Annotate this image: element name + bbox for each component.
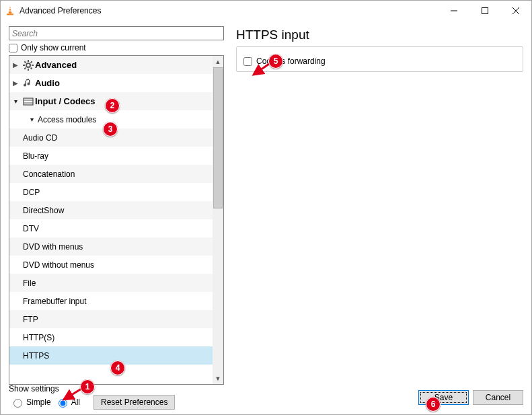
tree-item-directshow[interactable]: DirectShow (9, 201, 213, 219)
tree-label: DTV (23, 224, 39, 233)
only-show-current-label: Only show current (21, 43, 86, 52)
tree-item-audio-cd[interactable]: Audio CD (9, 128, 213, 147)
tree-item-dvd-without-menus[interactable]: DVD without menus (9, 256, 213, 274)
tree-label: Audio CD (23, 133, 57, 143)
svg-line-13 (24, 61, 26, 63)
tree-item-concatenation[interactable]: Concatenation (9, 165, 213, 183)
svg-rect-3 (7, 13, 13, 15)
tree-item-dtv[interactable]: DTV (9, 219, 213, 237)
tree-label-input-codecs: Input / Codecs (35, 96, 96, 106)
tree-label-audio: Audio (35, 78, 60, 88)
simple-label: Simple (26, 398, 51, 407)
tree-item-bluray[interactable]: Blu-ray (9, 147, 213, 165)
tree-label: DCP (23, 188, 40, 197)
gear-icon (22, 60, 35, 71)
maximize-button[interactable] (469, 1, 500, 21)
cookies-forwarding-checkbox[interactable] (243, 57, 252, 66)
tree-item-input-codecs[interactable]: ▾ Input / Codecs (9, 92, 213, 110)
window-title: Advanced Preferences (20, 6, 101, 15)
tree-label: HTTPS (23, 351, 49, 361)
tree-label-advanced: Advanced (35, 60, 77, 70)
svg-line-16 (31, 61, 32, 63)
music-note-icon (22, 78, 35, 89)
search-input[interactable] (9, 26, 224, 40)
tree-label: Framebuffer input (23, 297, 87, 306)
tree-item-advanced[interactable]: ▶ Advanced (9, 56, 213, 74)
bottom-bar: Show settings Simple All Reset Preferenc… (1, 385, 531, 414)
svg-marker-0 (9, 6, 12, 13)
cancel-button[interactable]: Cancel (473, 390, 523, 405)
tree-item-audio[interactable]: ▶ Audio (9, 74, 213, 92)
scrollbar-thumb[interactable] (213, 67, 223, 209)
tree-label: FTP (23, 315, 38, 324)
tree-label: DirectShow (23, 206, 64, 215)
svg-point-8 (26, 63, 30, 67)
tree-item-file[interactable]: File (9, 274, 213, 292)
title-bar: Advanced Preferences (1, 1, 531, 21)
tree-label: DVD without menus (23, 260, 94, 270)
cookies-forwarding-label: Cookies forwarding (256, 56, 326, 66)
scroll-up-icon[interactable]: ▲ (213, 56, 223, 67)
options-group: Cookies forwarding (236, 46, 523, 72)
scroll-down-icon[interactable]: ▼ (213, 373, 223, 384)
svg-line-15 (24, 67, 26, 69)
tree-item-dcp[interactable]: DCP (9, 183, 213, 201)
tree-scrollbar[interactable]: ▲ ▼ (213, 56, 223, 384)
tree-item-ftp[interactable]: FTP (9, 310, 213, 328)
vlc-cone-icon (5, 5, 15, 16)
svg-rect-1 (9, 8, 11, 9)
svg-rect-17 (24, 98, 33, 105)
only-show-current-checkbox[interactable] (9, 44, 17, 52)
tree-item-http-s[interactable]: HTTP(S) (9, 328, 213, 346)
chevron-down-icon: ▾ (26, 116, 38, 123)
svg-rect-5 (482, 8, 488, 14)
tree-label: DVD with menus (23, 242, 83, 252)
settings-tree: ▶ Advanced ▶ Audio ▾ (9, 55, 224, 385)
tree-item-https[interactable]: HTTPS (9, 346, 213, 365)
tree-item-framebuffer[interactable]: Framebuffer input (9, 292, 213, 310)
minimize-button[interactable] (439, 1, 469, 21)
svg-line-14 (31, 67, 32, 69)
codec-icon (22, 96, 35, 107)
tree-label-access-modules: Access modules (38, 115, 96, 124)
tree-label: File (23, 278, 36, 288)
svg-rect-2 (9, 11, 12, 11)
chevron-right-icon: ▶ (9, 61, 22, 69)
close-button[interactable] (500, 1, 531, 21)
reset-preferences-button[interactable]: Reset Preferences (93, 395, 175, 410)
show-settings-simple-radio[interactable] (13, 399, 22, 408)
tree-item-access-modules[interactable]: ▾ Access modules (9, 110, 213, 128)
chevron-down-icon: ▾ (9, 98, 22, 105)
chevron-right-icon: ▶ (9, 79, 22, 87)
tree-label: Blu-ray (23, 151, 48, 161)
tree-label: HTTP(S) (23, 333, 54, 342)
show-settings-label: Show settings (9, 384, 172, 393)
page-title: HTTPS input (236, 28, 523, 42)
tree-item-dvd-with-menus[interactable]: DVD with menus (9, 237, 213, 256)
all-label: All (71, 398, 80, 407)
show-settings-all-radio[interactable] (59, 399, 67, 408)
tree-label: Concatenation (23, 169, 75, 179)
save-button[interactable]: Save (418, 390, 469, 405)
